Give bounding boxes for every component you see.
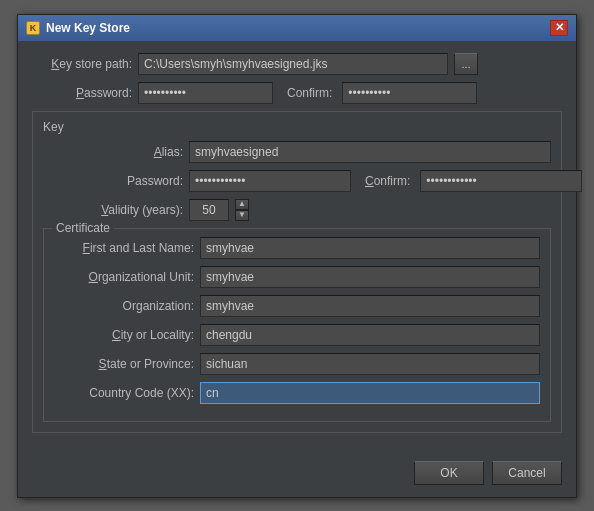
state-row: State or Province: — [54, 353, 540, 375]
key-password-label: Password: — [43, 174, 183, 188]
key-section: Key Alias: Password: Confirm: Validity (… — [32, 111, 562, 433]
alias-input[interactable] — [189, 141, 551, 163]
org-unit-label: Organizational Unit: — [54, 270, 194, 284]
title-bar: K New Key Store ✕ — [18, 15, 576, 41]
top-confirm-label: Confirm: — [287, 86, 332, 100]
org-unit-row: Organizational Unit: — [54, 266, 540, 288]
validity-spin-up[interactable]: ▲ — [235, 199, 249, 210]
country-input[interactable] — [200, 382, 540, 404]
cancel-button[interactable]: Cancel — [492, 461, 562, 485]
country-row: Country Code (XX): — [54, 382, 540, 404]
top-confirm-input[interactable] — [342, 82, 477, 104]
validity-input[interactable] — [189, 199, 229, 221]
ok-button[interactable]: OK — [414, 461, 484, 485]
top-password-label: Password: — [32, 86, 132, 100]
new-key-store-dialog: K New Key Store ✕ Key store path: ... Pa… — [17, 14, 577, 498]
country-label: Country Code (XX): — [54, 386, 194, 400]
organization-input[interactable] — [200, 295, 540, 317]
top-password-row: Password: Confirm: — [32, 82, 562, 104]
key-confirm-input[interactable] — [420, 170, 582, 192]
key-confirm-label: Confirm: — [365, 174, 410, 188]
certificate-section: Certificate First and Last Name: Organiz… — [43, 228, 551, 422]
certificate-legend: Certificate — [52, 221, 114, 235]
key-store-path-row: Key store path: ... — [32, 53, 562, 75]
key-password-row: Password: Confirm: — [43, 170, 551, 192]
state-input[interactable] — [200, 353, 540, 375]
validity-spinner: ▲ ▼ — [235, 199, 249, 221]
validity-label: Validity (years): — [43, 203, 183, 217]
window-icon: K — [26, 21, 40, 35]
footer: OK Cancel — [18, 453, 576, 497]
validity-row: Validity (years): ▲ ▼ — [43, 199, 551, 221]
city-row: City or Locality: — [54, 324, 540, 346]
alias-row: Alias: — [43, 141, 551, 163]
first-last-name-input[interactable] — [200, 237, 540, 259]
first-last-name-label: First and Last Name: — [54, 241, 194, 255]
main-content: Key store path: ... Password: Confirm: K… — [18, 41, 576, 453]
alias-label: Alias: — [43, 145, 183, 159]
close-button[interactable]: ✕ — [550, 20, 568, 36]
validity-spin-down[interactable]: ▼ — [235, 210, 249, 221]
browse-button[interactable]: ... — [454, 53, 478, 75]
top-password-input[interactable] — [138, 82, 273, 104]
first-last-name-row: First and Last Name: — [54, 237, 540, 259]
city-label: City or Locality: — [54, 328, 194, 342]
organization-label: Organization: — [54, 299, 194, 313]
key-store-path-input[interactable] — [138, 53, 448, 75]
window-title: New Key Store — [46, 21, 130, 35]
city-input[interactable] — [200, 324, 540, 346]
title-bar-left: K New Key Store — [26, 21, 130, 35]
key-section-title: Key — [43, 120, 551, 134]
state-label: State or Province: — [54, 357, 194, 371]
org-unit-input[interactable] — [200, 266, 540, 288]
key-password-input[interactable] — [189, 170, 351, 192]
key-store-path-label: Key store path: — [32, 57, 132, 71]
organization-row: Organization: — [54, 295, 540, 317]
